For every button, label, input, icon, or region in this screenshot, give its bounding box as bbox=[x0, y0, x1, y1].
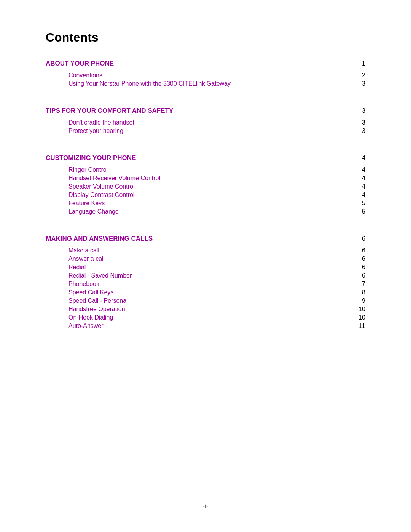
subsection-item: Auto-Answer11 bbox=[68, 323, 365, 329]
section-heading-row-tips-comfort-safety: TIPS FOR YOUR COMFORT AND SAFETY3 bbox=[46, 107, 365, 115]
subsection-item-text: Conventions bbox=[68, 72, 102, 79]
subsection-item: Don't cradle the handset!3 bbox=[68, 119, 365, 126]
subsection-item: Speed Call Keys8 bbox=[68, 289, 365, 296]
page-title: Contents bbox=[46, 30, 365, 45]
subsection-item-page: 10 bbox=[350, 306, 365, 313]
subsection-item: Handset Receiver Volume Control4 bbox=[68, 175, 365, 182]
section-heading-row-making-answering-calls: MAKING AND ANSWERING CALLS6 bbox=[46, 235, 365, 243]
section-heading-page-customizing-your-phone: 4 bbox=[350, 155, 365, 161]
section-heading-row-customizing-your-phone: CUSTOMIZING YOUR PHONE4 bbox=[46, 154, 365, 162]
subsection-item: Answer a call6 bbox=[68, 256, 365, 262]
subsection-item: Conventions2 bbox=[68, 72, 365, 79]
subsection-item-page: 3 bbox=[350, 80, 365, 87]
subsection-item-text: Phonebook bbox=[68, 281, 99, 288]
subsection-group-tips-comfort-safety: Don't cradle the handset!3Protect your h… bbox=[68, 119, 365, 134]
section-heading-page-making-answering-calls: 6 bbox=[350, 235, 365, 242]
subsection-item-text: Using Your Norstar Phone with the 3300 C… bbox=[68, 80, 231, 87]
subsection-item-page: 3 bbox=[350, 128, 365, 134]
subsection-item-text: Ringer Control bbox=[68, 166, 108, 173]
subsection-item-text: Don't cradle the handset! bbox=[68, 119, 136, 126]
subsection-item: Protect your hearing3 bbox=[68, 128, 365, 134]
subsection-item-text: Display Contrast Control bbox=[68, 192, 134, 198]
subsection-item-text: Speaker Volume Control bbox=[68, 183, 134, 190]
subsection-item: On-Hook Dialing10 bbox=[68, 314, 365, 321]
toc-section-about-your-phone: ABOUT YOUR PHONE1Conventions2Using Your … bbox=[46, 60, 365, 98]
subsection-item-text: Handsfree Operation bbox=[68, 306, 125, 313]
toc-section-tips-comfort-safety: TIPS FOR YOUR COMFORT AND SAFETY3Don't c… bbox=[46, 107, 365, 145]
subsection-item-text: Speed Call Keys bbox=[68, 289, 113, 296]
subsection-item-page: 9 bbox=[350, 297, 365, 304]
subsection-item: Redial6 bbox=[68, 264, 365, 271]
toc-container: ABOUT YOUR PHONE1Conventions2Using Your … bbox=[46, 60, 365, 340]
subsection-item-page: 8 bbox=[350, 289, 365, 296]
subsection-item-text: On-Hook Dialing bbox=[68, 314, 113, 321]
subsection-item: Feature Keys5 bbox=[68, 200, 365, 207]
footer: -i- bbox=[0, 503, 411, 509]
subsection-item-page: 2 bbox=[350, 72, 365, 79]
section-heading-page-tips-comfort-safety: 3 bbox=[350, 107, 365, 114]
subsection-item-page: 6 bbox=[350, 247, 365, 254]
subsection-item-text: Answer a call bbox=[68, 256, 105, 262]
subsection-item-page: 4 bbox=[350, 183, 365, 190]
subsection-item: Handsfree Operation10 bbox=[68, 306, 365, 313]
subsection-item: Language Change5 bbox=[68, 208, 365, 215]
subsection-item-text: Protect your hearing bbox=[68, 128, 123, 134]
subsection-item: Phonebook7 bbox=[68, 281, 365, 288]
subsection-item: Speed Call - Personal9 bbox=[68, 297, 365, 304]
section-heading-page-about-your-phone: 1 bbox=[350, 60, 365, 67]
subsection-item-text: Redial bbox=[68, 264, 86, 271]
section-heading-about-your-phone: ABOUT YOUR PHONE bbox=[46, 60, 114, 67]
subsection-item-page: 6 bbox=[350, 272, 365, 279]
section-heading-tips-comfort-safety: TIPS FOR YOUR COMFORT AND SAFETY bbox=[46, 107, 173, 115]
subsection-item: Ringer Control4 bbox=[68, 166, 365, 173]
subsection-group-about-your-phone: Conventions2Using Your Norstar Phone wit… bbox=[68, 72, 365, 87]
subsection-item-text: Auto-Answer bbox=[68, 323, 104, 329]
subsection-item-page: 7 bbox=[350, 281, 365, 288]
subsection-item: Redial - Saved Number6 bbox=[68, 272, 365, 279]
subsection-item: Speaker Volume Control4 bbox=[68, 183, 365, 190]
subsection-item: Using Your Norstar Phone with the 3300 C… bbox=[68, 80, 365, 87]
subsection-item-text: Language Change bbox=[68, 208, 119, 215]
subsection-item: Display Contrast Control4 bbox=[68, 192, 365, 198]
subsection-item-page: 5 bbox=[350, 208, 365, 215]
subsection-item-page: 11 bbox=[350, 323, 365, 329]
toc-section-making-answering-calls: MAKING AND ANSWERING CALLS6Make a call6A… bbox=[46, 235, 365, 340]
subsection-item-page: 3 bbox=[350, 119, 365, 126]
subsection-item-page: 6 bbox=[350, 256, 365, 262]
section-heading-making-answering-calls: MAKING AND ANSWERING CALLS bbox=[46, 235, 153, 243]
subsection-item-page: 4 bbox=[350, 175, 365, 182]
section-heading-customizing-your-phone: CUSTOMIZING YOUR PHONE bbox=[46, 154, 136, 162]
subsection-group-making-answering-calls: Make a call6Answer a call6Redial6Redial … bbox=[68, 247, 365, 329]
subsection-item-text: Redial - Saved Number bbox=[68, 272, 132, 279]
section-heading-row-about-your-phone: ABOUT YOUR PHONE1 bbox=[46, 60, 365, 67]
subsection-item-text: Make a call bbox=[68, 247, 99, 254]
subsection-item-text: Speed Call - Personal bbox=[68, 297, 128, 304]
subsection-item-page: 6 bbox=[350, 264, 365, 271]
subsection-item-page: 5 bbox=[350, 200, 365, 207]
subsection-item: Make a call6 bbox=[68, 247, 365, 254]
subsection-item-page: 4 bbox=[350, 192, 365, 198]
subsection-item-text: Handset Receiver Volume Control bbox=[68, 175, 160, 182]
subsection-group-customizing-your-phone: Ringer Control4Handset Receiver Volume C… bbox=[68, 166, 365, 215]
subsection-item-page: 10 bbox=[350, 314, 365, 321]
toc-section-customizing-your-phone: CUSTOMIZING YOUR PHONE4Ringer Control4Ha… bbox=[46, 154, 365, 226]
page: Contents ABOUT YOUR PHONE1Conventions2Us… bbox=[0, 0, 411, 532]
subsection-item-text: Feature Keys bbox=[68, 200, 105, 207]
subsection-item-page: 4 bbox=[350, 166, 365, 173]
